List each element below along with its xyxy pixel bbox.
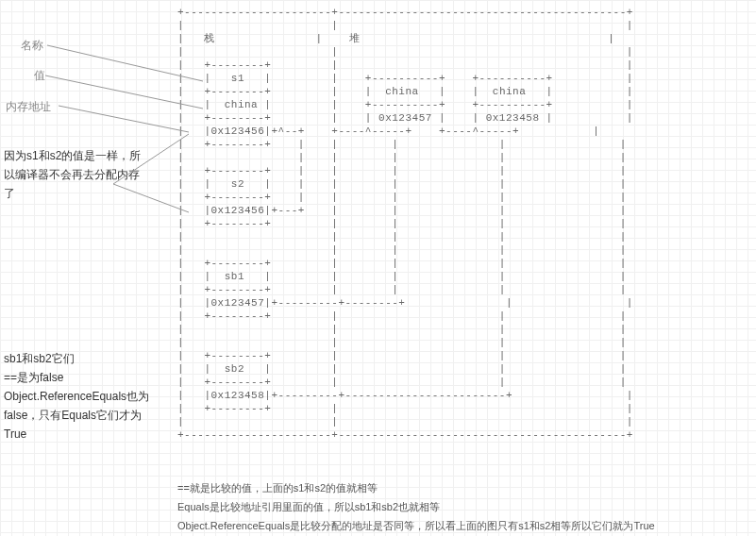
annotation-sb1sb2: sb1和sb2它们==是为falseObject.ReferenceEquals… — [4, 349, 164, 444]
s1-value: china — [225, 99, 259, 110]
label-value: 值 — [34, 68, 45, 84]
footnote-1: ==就是比较的值，上面的s1和s2的值就相等 — [177, 479, 378, 496]
heap1-addr: 0x123457 — [378, 112, 432, 124]
label-name: 名称 — [21, 38, 43, 54]
ascii-memory-diagram: +----------------------+----------------… — [177, 6, 633, 442]
stack-header: 栈 — [204, 33, 215, 44]
sb2-name: sb2 — [225, 363, 244, 375]
heap2-value: china — [493, 86, 527, 97]
annotation-s1s2: 因为s1和s2的值是一样，所以编译器不会再去分配内存了 — [4, 146, 145, 203]
s2-addr: 0x123456 — [211, 205, 265, 216]
heap2-addr: 0x123458 — [486, 112, 540, 124]
sb2-addr: 0x123458 — [211, 390, 265, 401]
heap1-value: china — [385, 86, 419, 97]
s2-name: s2 — [231, 178, 244, 190]
footnote-2: Equals是比较地址引用里面的值，所以sb1和sb2也就相等 — [177, 498, 440, 515]
s1-addr: 0x123456 — [211, 126, 265, 137]
sb1-name: sb1 — [225, 271, 244, 282]
heap-header: 堆 — [349, 33, 361, 44]
footnote-3: Object.ReferenceEquals是比较分配的地址是否同等，所以看上面… — [177, 517, 655, 534]
label-addr: 内存地址 — [6, 99, 51, 115]
s1-name: s1 — [231, 73, 244, 84]
sb1-addr: 0x123457 — [211, 297, 265, 309]
